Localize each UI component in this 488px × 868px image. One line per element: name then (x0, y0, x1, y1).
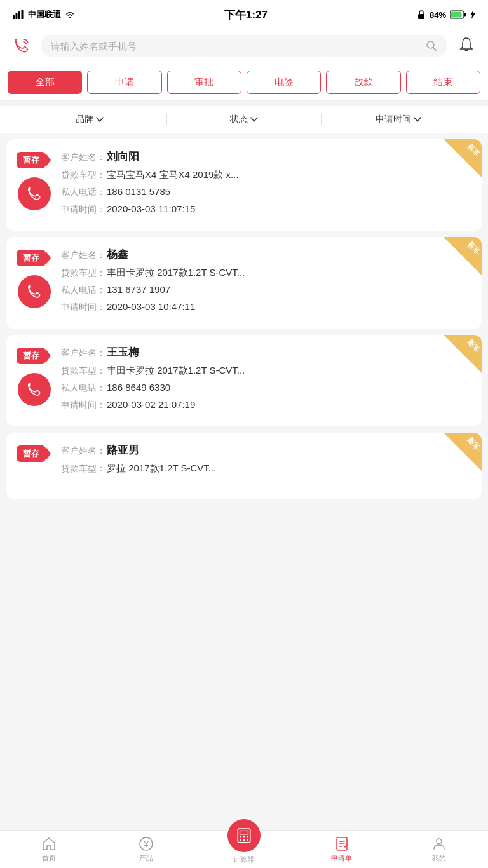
filter-status[interactable]: 状态 (167, 114, 321, 125)
svg-rect-3 (22, 10, 24, 19)
nav-me[interactable]: 我的 (390, 831, 488, 868)
svg-point-15 (243, 836, 245, 838)
status-tag: 暂存 (17, 445, 46, 462)
car-row: 贷款车型： 丰田卡罗拉 2017款1.2T S-CVT... (61, 267, 471, 279)
name-row: 客户姓名： 王玉梅 (61, 345, 471, 360)
phone-row: 私人电话： 131 6737 1907 (61, 284, 471, 296)
call-customer-button[interactable] (18, 177, 51, 210)
ribbon-corner: 新车 (444, 237, 482, 275)
status-time: 下午1:27 (224, 8, 268, 22)
card-left: 暂存 (17, 149, 52, 210)
home-icon (41, 836, 57, 851)
battery-icon (450, 10, 466, 19)
phone-icon (26, 186, 43, 202)
name-row: 客户姓名： 杨鑫 (61, 247, 471, 262)
card-3[interactable]: 新车 暂存 客户姓名： 王玉梅 贷款车型： 丰田卡罗拉 2017款1.2T S-… (6, 335, 482, 426)
bolt-icon (470, 10, 475, 19)
card-1[interactable]: 新车 暂存 客户姓名： 刘向阳 贷款车型： 宝马宝马X4 宝马X4 2019款 … (6, 139, 482, 231)
search-input-wrap[interactable] (41, 35, 447, 57)
status-bar: 中国联通 下午1:27 84% (0, 0, 488, 28)
svg-rect-2 (18, 11, 20, 19)
tab-end[interactable]: 结束 (406, 71, 480, 94)
svg-point-16 (247, 836, 248, 838)
bell-icon (458, 37, 475, 55)
call-customer-button[interactable] (18, 275, 51, 308)
svg-rect-13 (240, 831, 248, 834)
card-left: 暂存 (17, 247, 52, 308)
chevron-down-icon (250, 117, 258, 122)
svg-line-9 (433, 48, 437, 51)
status-tag: 暂存 (17, 250, 46, 266)
tab-sign[interactable]: 电签 (247, 71, 321, 94)
status-tag: 暂存 (17, 348, 46, 364)
time-row: 申请时间： 2020-03-03 11:07:15 (61, 203, 471, 215)
svg-text:¥: ¥ (144, 839, 149, 849)
filter-time[interactable]: 申请时间 (322, 114, 475, 125)
svg-rect-7 (451, 12, 462, 18)
nav-home-label: 首页 (42, 853, 56, 863)
yen-icon: ¥ (139, 836, 154, 851)
card-content: 客户姓名： 杨鑫 贷款车型： 丰田卡罗拉 2017款1.2T S-CVT... … (61, 247, 471, 318)
nav-order-label: 申请单 (331, 853, 352, 863)
phone-row: 私人电话： 186 0131 5785 (61, 186, 471, 198)
call-customer-button[interactable] (18, 373, 51, 406)
status-right: 84% (417, 10, 475, 20)
ribbon-corner: 新车 (444, 433, 482, 471)
svg-rect-6 (464, 13, 466, 17)
order-svg (334, 836, 349, 851)
svg-rect-0 (13, 15, 15, 19)
nav-product[interactable]: ¥ 产品 (98, 831, 196, 868)
tab-all[interactable]: 全部 (8, 71, 82, 94)
signal-icon (13, 10, 24, 19)
car-row: 贷款车型： 丰田卡罗拉 2017款1.2T S-CVT... (61, 365, 471, 377)
tab-loan[interactable]: 放款 (326, 71, 400, 94)
time-row: 申请时间： 2020-03-03 10:47:11 (61, 301, 471, 313)
ribbon-corner: 新车 (444, 335, 482, 373)
calc-icon (236, 827, 252, 844)
calc-circle (227, 819, 261, 852)
notification-button[interactable] (455, 34, 478, 57)
card-left: 暂存 (17, 443, 52, 462)
card-4[interactable]: 新车 暂存 客户姓名： 路亚男 贷款车型： 罗拉 2017款1.2T S-CVT… (6, 433, 482, 499)
search-bar (0, 28, 488, 64)
car-row: 贷款车型： 宝马宝马X4 宝马X4 2019款 x... (61, 169, 471, 181)
svg-point-24 (437, 839, 442, 844)
search-icon (426, 40, 437, 51)
status-tag: 暂存 (17, 152, 46, 168)
chevron-down-icon (96, 117, 104, 122)
svg-point-18 (243, 839, 245, 841)
lock-icon (417, 10, 426, 19)
name-row: 客户姓名： 路亚男 (61, 443, 471, 458)
ribbon-corner: 新车 (444, 139, 482, 177)
card-content: 客户姓名： 路亚男 贷款车型： 罗拉 2017款1.2T S-CVT... (61, 443, 471, 480)
svg-rect-4 (418, 14, 424, 19)
filter-row: 品牌 状态 申请时间 (0, 106, 488, 133)
phone-icon (26, 283, 43, 300)
card-2[interactable]: 新车 暂存 客户姓名： 杨鑫 贷款车型： 丰田卡罗拉 2017款1.2T S-C… (6, 237, 482, 329)
phone-icon (26, 381, 43, 398)
filter-brand[interactable]: 品牌 (13, 114, 166, 125)
nav-home[interactable]: 首页 (0, 831, 98, 868)
tab-apply[interactable]: 申请 (87, 71, 161, 94)
nav-calc[interactable]: 计算器 (195, 831, 293, 868)
nav-order[interactable]: 申请单 (293, 831, 391, 868)
search-input[interactable] (51, 41, 421, 51)
svg-rect-1 (16, 13, 18, 19)
tab-filter: 全部 申请 审批 电签 放款 结束 (0, 64, 488, 101)
wifi-icon (65, 11, 75, 18)
svg-point-17 (240, 839, 241, 841)
tab-approve[interactable]: 审批 (167, 71, 241, 94)
phone-row: 私人电话： 186 8649 6330 (61, 382, 471, 394)
svg-point-19 (247, 839, 248, 841)
phone-icon (13, 37, 30, 55)
card-list: 新车 暂存 客户姓名： 刘向阳 贷款车型： 宝马宝马X4 宝马X4 2019款 … (0, 133, 488, 505)
card-left: 暂存 (17, 345, 52, 406)
card-content: 客户姓名： 刘向阳 贷款车型： 宝马宝马X4 宝马X4 2019款 x... 私… (61, 149, 471, 220)
car-row: 贷款车型： 罗拉 2017款1.2T S-CVT... (61, 463, 471, 475)
call-button[interactable] (10, 34, 33, 57)
bottom-nav: 首页 ¥ 产品 计算器 (0, 830, 488, 868)
nav-product-label: 产品 (139, 853, 153, 863)
nav-calc-label: 计算器 (233, 855, 254, 864)
svg-point-14 (240, 836, 241, 838)
chevron-down-icon (414, 117, 421, 122)
